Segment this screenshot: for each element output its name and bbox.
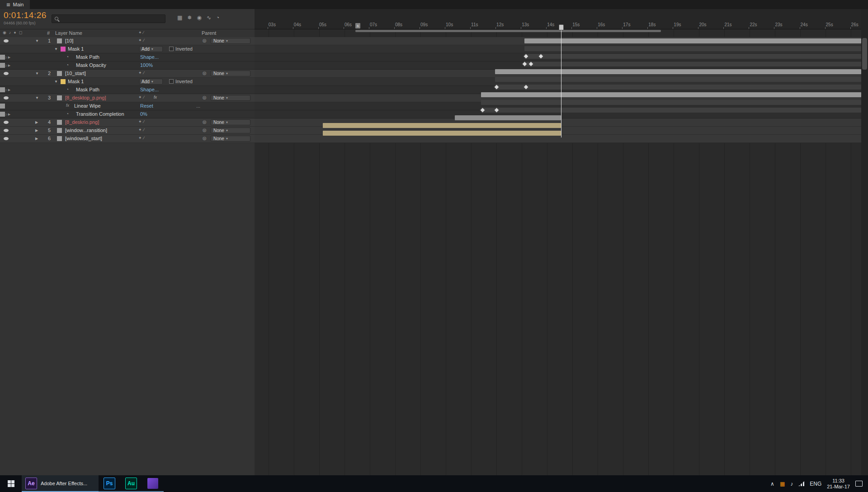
- twirl-icon[interactable]: ▼: [35, 71, 39, 76]
- timeline-row[interactable]: ◀ ◇ ▶ ◔ fx Transition Completion ▾ 0% ✦∕…: [0, 110, 255, 118]
- layer-color-chip[interactable]: [61, 47, 66, 52]
- language-indicator[interactable]: ENG: [810, 481, 821, 487]
- row-name[interactable]: [window...ransition]: [65, 128, 107, 133]
- pick-whip-icon[interactable]: ◎: [203, 128, 207, 132]
- property-value[interactable]: 100%: [140, 62, 153, 68]
- timeline-row[interactable]: ◀ ◇ ▶ ▶ 4 ◔ fx [8_deskrio.png] ▾ ✦∕ fx ◎…: [0, 118, 255, 127]
- effect-options[interactable]: ...: [196, 103, 200, 109]
- layer-switches[interactable]: ✦∕: [138, 38, 146, 43]
- property-value[interactable]: 0%: [140, 111, 147, 117]
- stopwatch-icon[interactable]: ◔: [66, 87, 69, 92]
- parent-dropdown[interactable]: None▾: [211, 128, 250, 133]
- start-button[interactable]: [0, 475, 22, 492]
- timeline-option-icon[interactable]: ◔: [216, 14, 219, 21]
- timeline-tab-main[interactable]: ▦ Main: [0, 0, 30, 9]
- twirl-icon[interactable]: ▼: [35, 39, 39, 43]
- current-time-indicator[interactable]: [561, 24, 561, 137]
- cti-handle[interactable]: [559, 24, 564, 30]
- tray-app-icon[interactable]: ▦: [780, 481, 785, 487]
- column-parent[interactable]: Parent: [202, 30, 216, 36]
- clock[interactable]: 11:33 21-Mar-17: [827, 478, 850, 490]
- volume-icon[interactable]: ♪: [790, 481, 793, 487]
- timeline-row[interactable]: ◀ ◇ ▶ ▶ 6 ◔ fx [windows8_start] ▾ ✦∕ fx …: [0, 135, 255, 143]
- keyframe-diamond[interactable]: [522, 61, 528, 67]
- twirl-icon[interactable]: ▶: [35, 137, 38, 141]
- twirl-icon[interactable]: ▼: [35, 96, 39, 100]
- timeline-graph[interactable]: 03s04s05s06s07s08s09s10s11s12s13s14s15s1…: [255, 9, 861, 482]
- keyframe-diamond[interactable]: [538, 53, 544, 59]
- layer-switches[interactable]: ✦∕: [138, 128, 146, 132]
- timeline-option-icon[interactable]: ◉: [197, 14, 201, 21]
- network-icon[interactable]: [798, 481, 804, 486]
- timeline-row[interactable]: ◀ ◇ ▶ ▼ 1 ◔ fx [10] ▾ ✦∕ fx ◎ None▾: [0, 37, 255, 45]
- row-name[interactable]: Mask Opacity: [76, 62, 106, 68]
- layer-switches[interactable]: ✦∕: [138, 119, 146, 124]
- timeline-row[interactable]: ◀ ◇ ▶ ▶ 5 ◔ fx [window...ransition] ▾ ✦∕…: [0, 127, 255, 135]
- stopwatch-icon[interactable]: ◔: [66, 54, 69, 59]
- taskbar-app-button[interactable]: [142, 475, 164, 492]
- fx-switch[interactable]: fx: [154, 95, 157, 99]
- property-value[interactable]: Shape...: [140, 54, 159, 60]
- layer-color-chip[interactable]: [0, 104, 5, 109]
- mask-inverted-checkbox[interactable]: Inverted: [169, 46, 193, 52]
- taskbar-app-button[interactable]: Ae Adobe After Effects...: [22, 475, 99, 492]
- layer-color-chip[interactable]: [57, 71, 62, 76]
- mask-mode-dropdown[interactable]: Add▾: [139, 46, 163, 52]
- layer-color-chip[interactable]: [61, 79, 66, 84]
- row-name[interactable]: [10]: [65, 38, 73, 43]
- layer-color-chip[interactable]: [0, 87, 5, 92]
- twirl-icon[interactable]: ▶: [35, 128, 38, 132]
- row-name[interactable]: Mask Path: [76, 87, 99, 92]
- current-time-display[interactable]: 0:01:14:26: [4, 10, 47, 20]
- layer-color-chip[interactable]: [57, 136, 62, 141]
- timeline-row[interactable]: ◀ ◇ ▶ ◔ fx Mask Path ▾ Shape... ✦∕ fx ◎ …: [0, 86, 255, 94]
- property-value[interactable]: Reset: [140, 103, 153, 109]
- parent-dropdown[interactable]: None▾: [211, 119, 250, 125]
- mask-mode-dropdown[interactable]: Add▾: [139, 79, 163, 85]
- row-name[interactable]: [8_deskrio.png]: [65, 119, 99, 125]
- pick-whip-icon[interactable]: ◎: [203, 95, 207, 100]
- scrollbar-thumb[interactable]: [862, 38, 867, 70]
- taskbar-app-button[interactable]: Ps: [99, 475, 120, 492]
- row-name[interactable]: Mask Path: [76, 54, 99, 60]
- action-center-icon[interactable]: [855, 481, 863, 487]
- mask-inverted-checkbox[interactable]: Inverted: [169, 79, 193, 84]
- pick-whip-icon[interactable]: ◎: [203, 38, 207, 43]
- row-name[interactable]: [10_start]: [65, 71, 86, 76]
- keyframe-diamond[interactable]: [480, 107, 486, 113]
- layer-switches[interactable]: ✦∕: [138, 71, 146, 75]
- work-area-bar[interactable]: [355, 30, 661, 32]
- parent-dropdown[interactable]: None▾: [211, 71, 250, 76]
- row-name[interactable]: Mask 1: [68, 46, 84, 52]
- pick-whip-icon[interactable]: ◎: [203, 136, 207, 141]
- keyframe-diamond[interactable]: [494, 107, 500, 113]
- timeline-option-icon[interactable]: ∿: [207, 14, 211, 21]
- layer-switches[interactable]: ✦∕: [138, 136, 146, 140]
- row-name[interactable]: Transition Completion: [76, 111, 124, 117]
- timeline-row[interactable]: ◀ ◇ ▶ ◔ fx Linear Wipe ▾ Reset ... ✦∕ fx…: [0, 102, 255, 110]
- timeline-vertical-scrollbar[interactable]: [861, 9, 868, 482]
- layer-color-chip[interactable]: [57, 95, 62, 100]
- timeline-option-icon[interactable]: ▦: [177, 14, 182, 21]
- property-value[interactable]: Shape...: [140, 87, 159, 92]
- twirl-icon[interactable]: ▼: [54, 80, 58, 84]
- pick-whip-icon[interactable]: ◎: [203, 119, 207, 124]
- time-ruler[interactable]: 03s04s05s06s07s08s09s10s11s12s13s14s15s1…: [255, 9, 861, 29]
- tray-expand-icon[interactable]: ∧: [770, 481, 774, 487]
- row-name[interactable]: Linear Wipe: [74, 103, 101, 109]
- visibility-toggle[interactable]: [4, 137, 9, 140]
- parent-dropdown[interactable]: None▾: [211, 95, 250, 101]
- twirl-icon[interactable]: ▶: [35, 120, 38, 124]
- timeline-search[interactable]: [52, 14, 165, 23]
- keyframe-diamond[interactable]: [523, 84, 529, 90]
- layer-switches[interactable]: ✦∕: [138, 95, 146, 99]
- timeline-option-icon[interactable]: ❅: [187, 14, 192, 21]
- layer-color-chip[interactable]: [0, 55, 5, 60]
- timeline-search-input[interactable]: [62, 16, 163, 22]
- column-layer-name[interactable]: Layer Name: [55, 30, 82, 36]
- composition-marker[interactable]: 6: [355, 23, 360, 28]
- stopwatch-icon[interactable]: ◔: [66, 111, 69, 116]
- visibility-toggle[interactable]: [4, 39, 9, 43]
- timeline-row[interactable]: ◀ ◇ ▶ ▼ ◔ fx Mask 1 Add▾ Inverted ✦∕ fx …: [0, 78, 255, 86]
- visibility-toggle[interactable]: [4, 129, 9, 132]
